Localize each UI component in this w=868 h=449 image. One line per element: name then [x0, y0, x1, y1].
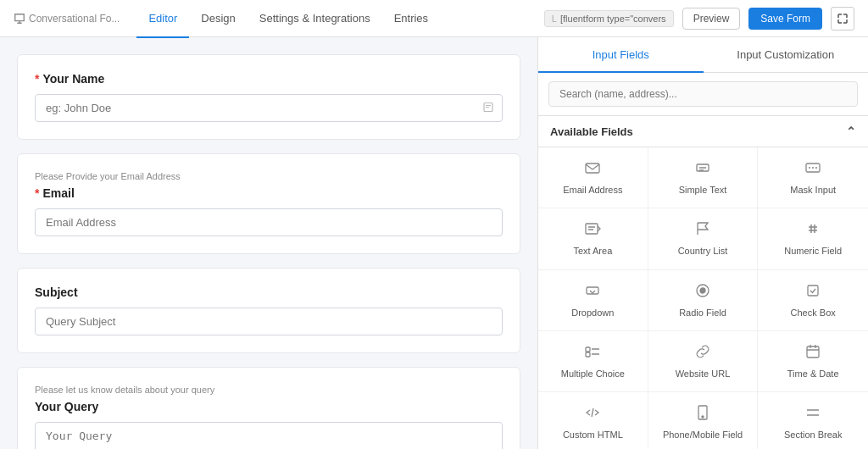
- svg-point-7: [700, 288, 705, 293]
- form-editor: * Your Name Please Provide your Email Ad…: [0, 37, 537, 449]
- field-label-name: * Your Name: [35, 72, 503, 86]
- label-text-query: Your Query: [35, 400, 98, 413]
- expand-icon: [837, 14, 848, 24]
- field-item-textarea[interactable]: Text Area: [538, 208, 648, 269]
- field-item-label: Numeric Field: [784, 245, 842, 257]
- field-item-label: Section Break: [784, 429, 842, 441]
- email-icon: [584, 159, 601, 179]
- section-icon: [804, 404, 821, 424]
- field-item-section[interactable]: Section Break: [758, 392, 868, 449]
- radio-icon: [694, 282, 711, 302]
- form-card-name: * Your Name: [17, 54, 520, 140]
- field-item-email[interactable]: Email Address: [538, 147, 648, 208]
- nav-left: Conversational Fo... Editor Design Setti…: [14, 0, 440, 37]
- search-input[interactable]: [548, 81, 858, 107]
- tab-settings[interactable]: Settings & Integrations: [248, 1, 382, 38]
- form-card-email: Please Provide your Email Address * Emai…: [17, 153, 520, 254]
- svg-rect-10: [586, 352, 590, 357]
- calendar-icon: [804, 343, 821, 363]
- field-label-subject: Subject: [35, 285, 503, 299]
- panel-tab-input-fields[interactable]: Input Fields: [538, 38, 704, 73]
- svg-rect-11: [807, 346, 819, 358]
- field-item-label: Multiple Choice: [561, 368, 625, 380]
- brand-icon: [14, 13, 25, 25]
- field-item-label: Radio Field: [679, 307, 726, 319]
- available-fields-label: Available Fields: [550, 125, 633, 138]
- field-item-flag[interactable]: Country List: [648, 208, 759, 269]
- chevron-up-icon[interactable]: ⌃: [846, 125, 856, 138]
- form-card-query: Please let us know details about your qu…: [17, 367, 520, 449]
- available-fields-header: Available Fields ⌃: [538, 116, 868, 147]
- name-input[interactable]: [35, 94, 503, 122]
- input-wrapper-name: [35, 94, 503, 122]
- svg-rect-4: [586, 224, 598, 234]
- field-item-text[interactable]: Simple Text: [648, 147, 759, 208]
- nav-brand: Conversational Fo...: [14, 13, 120, 25]
- fields-grid: Email AddressSimple TextMask InputText A…: [538, 147, 868, 449]
- svg-point-12: [702, 416, 704, 418]
- panel-tabs: Input Fields Input Customization: [538, 37, 868, 73]
- field-item-mask[interactable]: Mask Input: [758, 147, 868, 208]
- checkbox-icon: [804, 282, 821, 302]
- email-input[interactable]: [35, 208, 503, 236]
- field-item-dropdown[interactable]: Dropdown: [538, 270, 648, 331]
- query-textarea[interactable]: [35, 422, 503, 449]
- code-snippet-text: [fluentform type="convers: [560, 14, 666, 24]
- field-item-link[interactable]: Website URL: [648, 331, 759, 392]
- label-text: Your Name: [42, 72, 104, 86]
- form-card-subject: Subject: [17, 268, 520, 353]
- textarea-icon: [584, 220, 601, 240]
- field-item-calendar[interactable]: Time & Date: [758, 331, 868, 392]
- field-item-radio[interactable]: Radio Field: [648, 270, 759, 331]
- sublabel-query: Please let us know details about your qu…: [35, 385, 503, 395]
- nav-tabs: Editor Design Settings & Integrations En…: [136, 0, 440, 37]
- field-item-label: Custom HTML: [563, 429, 623, 441]
- link-icon: [694, 343, 711, 363]
- text-icon: [694, 159, 711, 179]
- hash-icon: [804, 220, 821, 240]
- field-item-checkbox[interactable]: Check Box: [758, 270, 868, 331]
- field-item-list[interactable]: Multiple Choice: [538, 331, 648, 392]
- field-item-label: Time & Date: [787, 368, 839, 380]
- field-item-label: Dropdown: [571, 307, 614, 319]
- svg-rect-1: [586, 164, 599, 173]
- top-nav: Conversational Fo... Editor Design Setti…: [0, 0, 868, 37]
- field-item-label: Phone/Mobile Field: [663, 429, 743, 441]
- expand-button[interactable]: [831, 7, 854, 30]
- search-box: [538, 73, 868, 116]
- field-item-label: Simple Text: [679, 184, 727, 196]
- flag-icon: [694, 220, 711, 240]
- brand-label: Conversational Fo...: [29, 13, 120, 25]
- field-item-label: Website URL: [676, 368, 731, 380]
- code-icon: [584, 404, 601, 424]
- field-label-email: * Email: [35, 186, 503, 200]
- input-icon-name: [482, 101, 494, 115]
- field-item-label: Country List: [678, 245, 728, 257]
- right-panel: Input Fields Input Customization Availab…: [537, 37, 868, 449]
- field-item-label: Email Address: [563, 184, 622, 196]
- preview-button[interactable]: Preview: [682, 8, 741, 30]
- tab-editor[interactable]: Editor: [136, 1, 189, 38]
- field-item-label: Check Box: [791, 307, 836, 319]
- field-item-label: Mask Input: [790, 184, 836, 196]
- svg-rect-8: [808, 285, 818, 296]
- list-icon: [584, 343, 601, 363]
- nav-right: L [fluentform type="convers Preview Save…: [544, 7, 854, 30]
- panel-tab-customization[interactable]: Input Customization: [704, 38, 869, 73]
- subject-input[interactable]: [35, 308, 503, 335]
- main-layout: * Your Name Please Provide your Email Ad…: [0, 37, 868, 449]
- field-item-label: Text Area: [573, 245, 612, 257]
- required-star: *: [35, 72, 39, 86]
- field-item-hash[interactable]: Numeric Field: [758, 208, 868, 269]
- required-star-email: *: [35, 186, 39, 200]
- text-icon: [482, 101, 494, 113]
- mask-icon: [804, 159, 821, 179]
- field-item-phone[interactable]: Phone/Mobile Field: [648, 392, 759, 449]
- label-text-email: Email: [42, 186, 74, 200]
- svg-rect-9: [586, 347, 590, 352]
- tab-entries[interactable]: Entries: [382, 1, 440, 38]
- field-item-code[interactable]: Custom HTML: [538, 392, 648, 449]
- tab-design[interactable]: Design: [189, 1, 247, 38]
- save-button[interactable]: Save Form: [748, 8, 822, 30]
- field-label-query: Your Query: [35, 400, 503, 413]
